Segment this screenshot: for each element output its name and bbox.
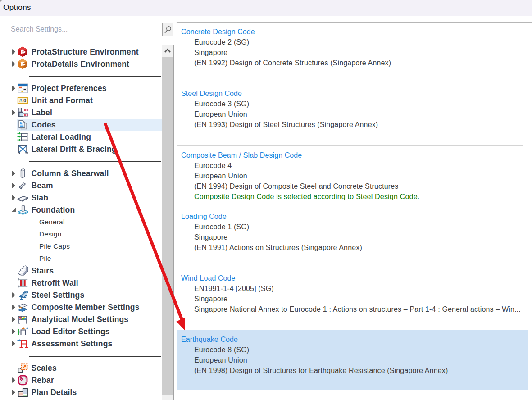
svg-text:xx: xx bbox=[24, 113, 28, 117]
svg-text:#.0: #.0 bbox=[19, 98, 26, 103]
svg-text:xx: xx bbox=[24, 108, 28, 112]
